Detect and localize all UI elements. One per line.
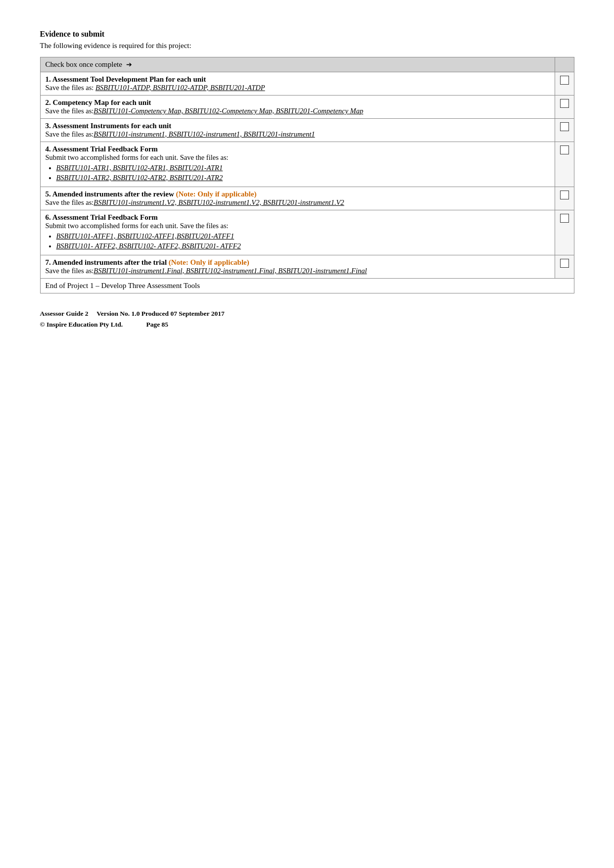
item-1-check-cell <box>555 72 574 96</box>
item-3-number: 3. <box>46 122 52 130</box>
item-6-number: 6. <box>46 213 52 221</box>
item-4-bullet-1: BSBITU101-ATR1, BSBITU102-ATR1, BSBITU20… <box>56 164 550 172</box>
item-6-bullet-2: BSBITU101- ATFF2, BSBITU102- ATFF2, BSBI… <box>56 242 550 250</box>
item-1-title: Assessment Tool Development Plan for eac… <box>52 75 206 83</box>
item-5-check-cell <box>555 187 574 210</box>
item-7-subtitle: Save the files as: <box>46 267 94 275</box>
item-7-number: 7. <box>46 258 52 266</box>
item-4-cell: 4. Assessment Trial Feedback Form Submit… <box>40 142 555 187</box>
item-5-checkbox[interactable] <box>560 191 569 199</box>
item-3-subtitle: Save the files as: <box>46 130 94 138</box>
item-7-check-cell <box>555 255 574 279</box>
item-4-bullets: BSBITU101-ATR1, BSBITU102-ATR1, BSBITU20… <box>46 164 550 182</box>
page-footer: Assessor Guide 2 Version No. 1.0 Produce… <box>40 308 574 330</box>
item-7-title: Amended instruments after the trial <box>52 258 169 266</box>
item-1-link: BSBITU101-ATDP, BSBITU102-ATDP, BSBITU20… <box>95 84 265 92</box>
item-6-checkbox[interactable] <box>560 214 569 223</box>
item-3-title: Assessment Instruments for each unit <box>52 122 172 130</box>
item-6-title: Assessment Trial Feedback Form <box>52 213 158 221</box>
table-row: 2. Competency Map for each unit Save the… <box>40 96 574 119</box>
item-4-title: Assessment Trial Feedback Form <box>52 145 158 153</box>
footer-copyright: © Inspire Education Pty Ltd. Page 85 <box>40 321 169 328</box>
item-7-link: BSBITU101-instrument1.Final, BSBITU102-i… <box>94 267 367 275</box>
item-1-number: 1. <box>46 75 52 83</box>
item-7-checkbox[interactable] <box>560 259 569 268</box>
item-2-link: BSBITU101-Competency Map, BSBITU102-Comp… <box>94 107 363 115</box>
item-2-check-cell <box>555 96 574 119</box>
arrow-icon: ➔ <box>126 60 132 69</box>
item-5-cell: 5. Amended instruments after the review … <box>40 187 555 210</box>
table-header-row: Check box once complete ➔ <box>40 57 574 72</box>
item-7-cell: 7. Amended instruments after the trial (… <box>40 255 555 279</box>
item-6-subtitle: Submit two accomplished forms for each u… <box>46 222 229 230</box>
item-6-check-cell <box>555 210 574 255</box>
item-3-checkbox[interactable] <box>560 122 569 131</box>
footer-text: End of Project 1 – Develop Three Assessm… <box>46 282 200 289</box>
item-5-note: (Note: Only if applicable) <box>176 190 257 198</box>
footer-guide-label: Assessor Guide 2 Version No. 1.0 Produce… <box>40 310 225 317</box>
item-1-subtitle: Save the files as: <box>46 84 95 92</box>
check-box-header-cell: Check box once complete ➔ <box>40 57 555 72</box>
item-2-checkbox[interactable] <box>560 99 569 108</box>
item-6-bullets: BSBITU101-ATFF1, BSBITU102-ATFF1,BSBITU2… <box>46 232 550 250</box>
item-3-cell: 3. Assessment Instruments for each unit … <box>40 119 555 142</box>
item-2-subtitle: Save the files as: <box>46 107 94 115</box>
footer-cell: End of Project 1 – Develop Three Assessm… <box>40 279 574 293</box>
table-row: 7. Amended instruments after the trial (… <box>40 255 574 279</box>
header-check-spacer <box>555 57 574 72</box>
item-5-subtitle: Save the files as: <box>46 198 94 206</box>
table-row: 1. Assessment Tool Development Plan for … <box>40 72 574 96</box>
item-4-number: 4. <box>46 145 52 153</box>
item-2-cell: 2. Competency Map for each unit Save the… <box>40 96 555 119</box>
item-2-title: Competency Map for each unit <box>53 98 151 106</box>
table-footer-row: End of Project 1 – Develop Three Assessm… <box>40 279 574 293</box>
item-6-cell: 6. Assessment Trial Feedback Form Submit… <box>40 210 555 255</box>
intro-text: The following evidence is required for t… <box>40 42 574 50</box>
item-7-note: (Note: Only if applicable) <box>169 258 249 266</box>
item-5-link: BSBITU101-instrument1.V2, BSBITU102-inst… <box>94 198 344 206</box>
table-row: 4. Assessment Trial Feedback Form Submit… <box>40 142 574 187</box>
item-2-number: 2. <box>46 98 53 106</box>
item-4-checkbox[interactable] <box>560 145 569 154</box>
item-5-number: 5. <box>46 190 52 198</box>
item-3-check-cell <box>555 119 574 142</box>
evidence-table: Check box once complete ➔ 1. Assessment … <box>40 57 574 293</box>
item-3-link: BSBITU101-instrument1, BSBITU102-instrum… <box>94 130 315 138</box>
item-4-check-cell <box>555 142 574 187</box>
item-5-title: Amended instruments after the review <box>52 190 176 198</box>
item-1-cell: 1. Assessment Tool Development Plan for … <box>40 72 555 96</box>
item-1-checkbox[interactable] <box>560 76 569 85</box>
item-4-subtitle: Submit two accomplished forms for each u… <box>46 153 229 161</box>
item-4-bullet-2: BSBITU101-ATR2, BSBITU102-ATR2, BSBITU20… <box>56 174 550 182</box>
table-row: 3. Assessment Instruments for each unit … <box>40 119 574 142</box>
check-box-label: Check box once complete <box>46 60 122 68</box>
footer-left: Assessor Guide 2 Version No. 1.0 Produce… <box>40 308 225 330</box>
table-row: 5. Amended instruments after the review … <box>40 187 574 210</box>
section-title: Evidence to submit <box>40 30 574 39</box>
item-6-bullet-1: BSBITU101-ATFF1, BSBITU102-ATFF1,BSBITU2… <box>56 232 550 241</box>
table-row: 6. Assessment Trial Feedback Form Submit… <box>40 210 574 255</box>
page-content: Evidence to submit The following evidenc… <box>40 30 574 330</box>
